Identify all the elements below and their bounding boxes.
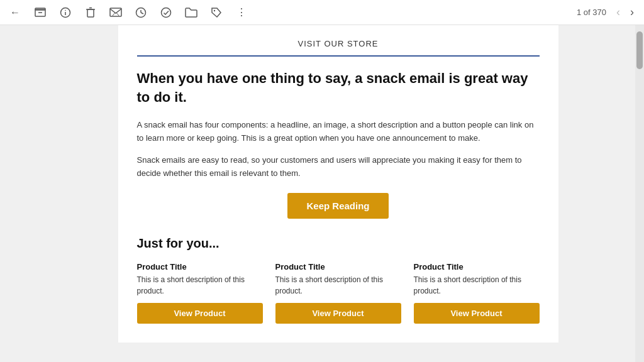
left-sidebar [0, 25, 41, 362]
next-nav-arrow[interactable]: › [628, 4, 636, 20]
product-card-1: Product Title This is a short descriptio… [137, 262, 263, 324]
email-icon[interactable] [108, 5, 123, 20]
back-icon[interactable]: ← [8, 5, 23, 20]
keep-reading-section: Keep Reading [137, 193, 540, 219]
product-desc-3: This is a short description of this prod… [414, 274, 540, 297]
just-for-you-heading: Just for you... [137, 236, 540, 251]
svg-line-14 [141, 13, 143, 14]
product-title-3: Product Title [414, 262, 540, 272]
svg-rect-6 [87, 9, 94, 17]
product-card-3: Product Title This is a short descriptio… [414, 262, 540, 324]
pagination-text: 1 of 370 [577, 8, 606, 17]
folder-icon[interactable] [184, 5, 199, 20]
tag-icon[interactable] [209, 5, 224, 20]
scrollbar-thumb[interactable] [636, 31, 643, 69]
svg-point-16 [214, 9, 215, 11]
right-scrollbar[interactable] [635, 25, 644, 362]
product-desc-2: This is a short description of this prod… [275, 274, 401, 297]
product-card-2: Product Title This is a short descriptio… [275, 262, 401, 324]
more-icon[interactable]: ⋮ [234, 5, 249, 20]
view-product-button-1[interactable]: View Product [137, 303, 263, 324]
clock-icon[interactable] [133, 5, 148, 20]
visit-store-section: VISIT OUR STORE [137, 38, 540, 57]
product-title-1: Product Title [137, 262, 263, 272]
body-paragraph-2: Snack emails are easy to read, so your c… [137, 154, 540, 180]
svg-rect-9 [110, 8, 121, 16]
toolbar-right: 1 of 370 ‹ › [577, 4, 636, 20]
email-container: VISIT OUR STORE When you have one thing … [118, 25, 558, 343]
keep-reading-button[interactable]: Keep Reading [287, 193, 388, 219]
svg-line-11 [116, 13, 119, 16]
delete-icon[interactable] [83, 5, 98, 20]
email-wrapper: VISIT OUR STORE When you have one thing … [41, 25, 635, 362]
svg-point-5 [65, 9, 66, 11]
product-desc-1: This is a short description of this prod… [137, 274, 263, 297]
svg-line-10 [113, 13, 115, 16]
visit-store-label: VISIT OUR STORE [298, 39, 379, 48]
info-icon[interactable] [58, 5, 73, 20]
view-product-button-2[interactable]: View Product [275, 303, 401, 324]
archive-icon[interactable] [33, 5, 48, 20]
email-headline: When you have one thing to say, a snack … [137, 69, 540, 106]
toolbar-left: ← [8, 5, 577, 20]
view-product-button-3[interactable]: View Product [414, 303, 540, 324]
prev-nav-arrow[interactable]: ‹ [614, 4, 623, 20]
body-paragraph-1: A snack email has four components: a hea… [137, 119, 540, 145]
check-circle-icon[interactable] [158, 5, 174, 20]
svg-point-15 [162, 8, 171, 17]
main-area: VISIT OUR STORE When you have one thing … [0, 25, 644, 362]
product-title-2: Product Title [275, 262, 401, 272]
products-grid: Product Title This is a short descriptio… [137, 262, 540, 324]
toolbar: ← [0, 0, 644, 25]
